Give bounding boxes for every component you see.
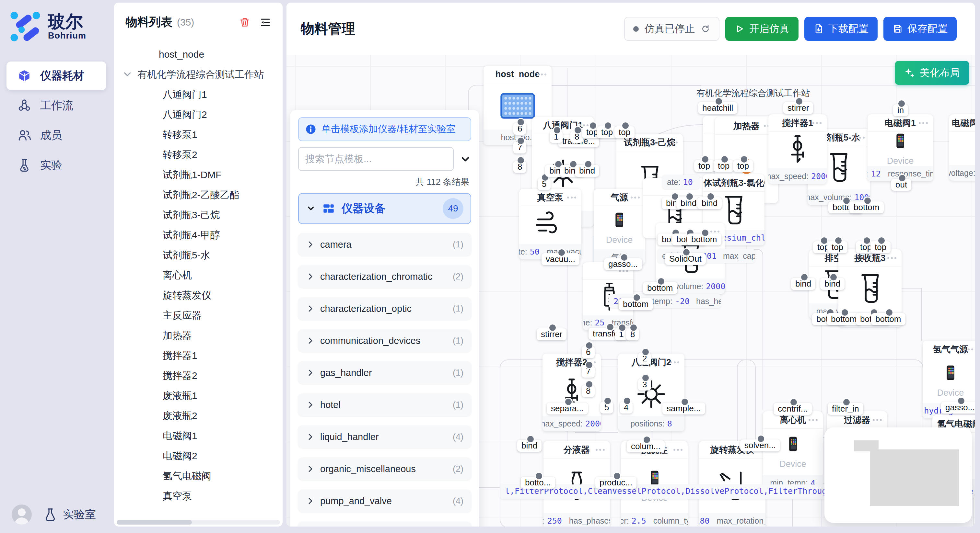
port-label[interactable]: centrif... <box>773 403 812 415</box>
node-menu-icon[interactable] <box>710 230 719 233</box>
port-label[interactable]: botto... <box>521 477 555 489</box>
port-label[interactable]: bottom <box>619 298 653 310</box>
device-node[interactable]: 气源 Device 气源 <box>594 189 645 265</box>
node-menu-icon[interactable] <box>971 122 975 124</box>
device-node[interactable]: 电磁阀1 Device voltage:12 response_time:0.1 <box>867 114 933 181</box>
port-label[interactable]: filter_in <box>828 403 863 415</box>
port-label[interactable]: 5 <box>600 401 613 414</box>
tree-item[interactable]: 转移泵1 <box>114 125 283 145</box>
port-label[interactable]: 6 <box>513 123 526 135</box>
port-label[interactable]: top <box>714 160 734 172</box>
port-label[interactable]: bottom <box>687 233 721 246</box>
port-label[interactable]: 5 <box>538 178 550 190</box>
port-label[interactable]: bind <box>820 278 845 290</box>
tree-item[interactable]: 搅拌器2 <box>114 366 283 385</box>
device-node[interactable]: 搅拌器1 max_speed:2000 <box>768 114 827 184</box>
tree-item[interactable]: 废液瓶2 <box>114 406 283 426</box>
simulation-status-pill[interactable]: 仿真已停止 <box>624 17 719 41</box>
port-label[interactable]: 2 <box>638 353 651 365</box>
port-label[interactable]: heatchill <box>698 102 737 114</box>
tree-item[interactable]: 旋转蒸发仪 <box>114 285 283 305</box>
port-label[interactable]: out <box>891 179 911 191</box>
port-label[interactable]: 7 <box>582 366 595 378</box>
category-row[interactable]: characterization_optic (1) <box>298 297 471 320</box>
port-label[interactable]: bind <box>676 197 701 209</box>
download-config-button[interactable]: 下载配置 <box>804 17 878 41</box>
refresh-icon[interactable] <box>701 24 710 34</box>
port-label[interactable]: bind <box>791 278 815 290</box>
node-menu-icon[interactable] <box>596 449 605 451</box>
port-label[interactable]: gasso... <box>941 401 975 414</box>
node-menu-icon[interactable] <box>873 419 882 421</box>
tree-item[interactable]: 真空泵 <box>114 486 283 506</box>
port-label[interactable]: vacuu... <box>541 253 579 265</box>
port-label[interactable]: stirrer <box>537 328 566 340</box>
node-menu-icon[interactable] <box>964 348 973 351</box>
port-label[interactable]: 4 <box>620 401 633 414</box>
port-label[interactable]: top <box>597 126 617 138</box>
sidebar-item-laboratory[interactable]: 实验室 <box>43 507 96 522</box>
tree-item[interactable]: 搅拌器1 <box>114 346 283 366</box>
node-menu-icon[interactable] <box>567 197 576 198</box>
port-label[interactable]: 8 <box>582 385 595 397</box>
port-label[interactable]: top <box>827 241 848 253</box>
node-menu-icon[interactable] <box>750 182 759 184</box>
port-label[interactable]: top <box>614 126 635 138</box>
tree-item[interactable]: 加热器 <box>114 325 283 346</box>
port-label[interactable]: in <box>893 104 908 116</box>
category-row[interactable]: camera (1) <box>298 233 471 256</box>
tree-item[interactable]: 八通阀门1 <box>114 84 283 105</box>
sidebar-item-instruments[interactable]: 仪器耗材 <box>6 62 106 90</box>
chevron-down-icon[interactable] <box>460 153 471 165</box>
tree-item[interactable]: 离心机 <box>114 265 283 285</box>
flow-canvas[interactable]: 有机化学流程综合测试工作站 转移泵1 <box>286 55 975 527</box>
node-menu-icon[interactable] <box>808 419 818 421</box>
category-row[interactable]: organic_miscellaneous (2) <box>298 458 471 480</box>
port-label[interactable]: 8 <box>513 161 526 173</box>
node-menu-icon[interactable] <box>668 141 678 143</box>
tree-item[interactable]: 试剂瓶3-己烷 <box>114 205 283 225</box>
category-row[interactable]: characterization_chromatic (2) <box>298 265 471 288</box>
tree-item[interactable]: host_node <box>114 44 283 65</box>
node-menu-icon[interactable] <box>856 136 865 139</box>
beautify-layout-button[interactable]: 美化布局 <box>895 61 969 85</box>
port-label[interactable]: 7 <box>513 141 526 154</box>
port-label[interactable]: stirrer <box>783 102 813 114</box>
tree-item[interactable]: 试剂瓶2-乙酸乙酯 <box>114 185 283 205</box>
port-label[interactable]: colum... <box>627 440 665 452</box>
port-label[interactable]: produc... <box>595 477 636 489</box>
node-menu-icon[interactable] <box>887 257 896 259</box>
node-menu-icon[interactable] <box>919 122 928 124</box>
tree-item[interactable]: 电磁阀2 <box>114 446 283 466</box>
port-label[interactable]: separa... <box>547 403 588 414</box>
port-label[interactable]: top <box>694 160 714 172</box>
tree-item[interactable]: 电磁阀1 <box>114 426 283 446</box>
category-row[interactable]: communication_devices (1) <box>298 329 471 352</box>
tree-item[interactable]: 主反应器 <box>114 305 283 325</box>
save-config-button[interactable]: 保存配置 <box>883 17 957 41</box>
trash-icon[interactable] <box>239 17 250 28</box>
port-label[interactable]: bottom <box>850 201 884 213</box>
tree-item[interactable]: 有机化学流程综合测试工作站 <box>114 65 283 84</box>
category-row[interactable]: liquid_handler (4) <box>298 425 471 448</box>
port-label[interactable]: bottom <box>643 282 677 294</box>
device-node[interactable]: 电磁阀2 voltage:12 <box>949 114 975 181</box>
port-label[interactable]: bind <box>575 165 599 177</box>
port-label[interactable]: SolidOut <box>665 253 706 265</box>
port-label[interactable]: 8 <box>570 131 583 143</box>
node-menu-icon[interactable] <box>673 449 682 451</box>
category-row[interactable]: pump_and_valve (4) <box>298 490 471 512</box>
port-label[interactable]: 6 <box>582 346 595 358</box>
category-row[interactable]: robot_agv (1) <box>298 522 471 527</box>
port-label[interactable]: 8 <box>626 328 639 340</box>
tree-item[interactable]: 试剂瓶1-DMF <box>114 165 283 185</box>
sidebar-item-members[interactable]: 成员 <box>6 121 106 150</box>
tree-item[interactable]: 氢气电磁阀 <box>114 466 283 486</box>
tree-item[interactable]: 废液瓶1 <box>114 385 283 406</box>
port-label[interactable]: bind <box>517 440 541 452</box>
category-row[interactable]: gas_handler (1) <box>298 362 471 384</box>
node-menu-icon[interactable] <box>670 362 679 363</box>
sidebar-item-workflow[interactable]: 工作流 <box>6 91 106 120</box>
category-row[interactable]: hotel (1) <box>298 393 471 416</box>
chevron-down-icon[interactable] <box>122 69 133 80</box>
